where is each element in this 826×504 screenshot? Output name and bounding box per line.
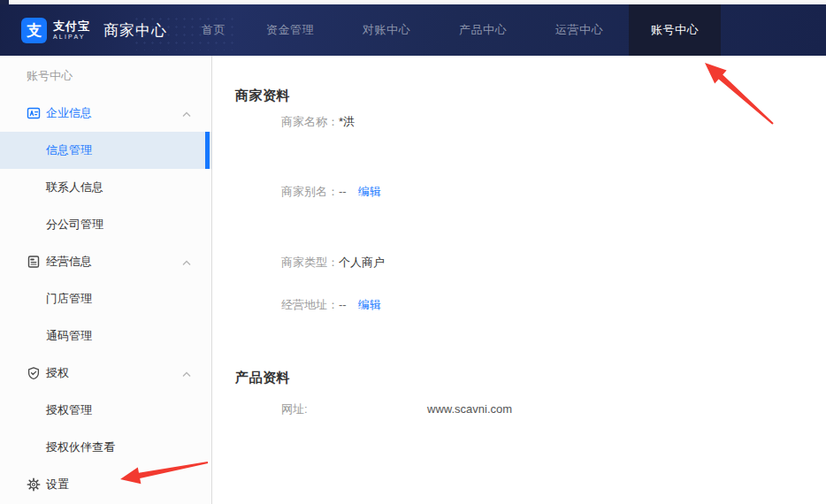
field-value: www.scavni.com <box>427 401 512 418</box>
sidebar-item-contact-info[interactable]: 联系人信息 <box>0 169 211 206</box>
sidebar-item-label: 授权伙伴查看 <box>46 440 115 454</box>
sidebar-group-business-info[interactable]: 经营信息 <box>0 243 211 280</box>
sidebar-item-authorization-management[interactable]: 授权管理 <box>0 392 211 429</box>
field-label: 网址: <box>281 402 308 416</box>
sidebar-item-info-management[interactable]: 信息管理 <box>0 132 211 169</box>
sidebar-item-settings[interactable]: 设置 <box>0 466 211 503</box>
field-label: 商家别名： <box>281 185 339 198</box>
sidebar-item-label: 门店管理 <box>46 292 92 305</box>
sidebar-item-code-management[interactable]: 通码管理 <box>0 317 211 355</box>
field-value: *洪 <box>339 115 355 128</box>
nav-item-operations[interactable]: 运营中心 <box>555 4 603 56</box>
sidebar-group-authorization[interactable]: 授权 <box>0 355 211 392</box>
chevron-up-icon[interactable] <box>181 256 192 272</box>
id-card-icon <box>27 106 41 120</box>
sidebar-group-label: 经营信息 <box>46 254 92 270</box>
top-navbar: 支 支付宝 ALIPAY 商家中心 首页 资金管理 对账中心 产品中心 运营中心… <box>0 4 826 56</box>
field-value: 个人商户 <box>339 256 385 269</box>
sidebar-item-label: 联系人信息 <box>46 180 103 194</box>
sidebar-item-store-management[interactable]: 门店管理 <box>0 280 211 317</box>
main-content: 商家资料 商家名称：*洪 商家别名：--编辑 商家类型：个人商户 经营地址：--… <box>212 56 826 504</box>
app-title: 商家中心 <box>103 20 167 41</box>
sidebar-item-branch-management[interactable]: 分公司管理 <box>0 206 211 243</box>
sidebar-item-authorized-partner-view[interactable]: 授权伙伴查看 <box>0 429 211 466</box>
field-business-address: 经营地址：--编辑 <box>281 296 381 314</box>
nav-item-funds[interactable]: 资金管理 <box>266 4 314 56</box>
sidebar-item-label: 通码管理 <box>46 329 92 342</box>
field-merchant-name: 商家名称：*洪 <box>281 113 355 131</box>
primary-nav: 首页 资金管理 对账中心 产品中心 运营中心 账号中心 <box>202 4 721 56</box>
sidebar-item-label: 授权管理 <box>46 403 92 416</box>
field-label: 商家名称： <box>281 115 339 128</box>
sidebar-group-label: 企业信息 <box>46 105 92 121</box>
sidebar-item-label: 信息管理 <box>46 143 92 157</box>
sidebar-title: 账号中心 <box>0 56 211 95</box>
alipay-logo-icon[interactable]: 支 <box>21 18 47 43</box>
edit-alias-link[interactable]: 编辑 <box>358 185 381 198</box>
nav-item-home[interactable]: 首页 <box>202 4 226 56</box>
field-website: 网址:www.scavni.com <box>281 401 308 418</box>
nav-item-account-center[interactable]: 账号中心 <box>629 4 721 56</box>
sidebar-group-label: 授权 <box>46 365 69 381</box>
gear-icon <box>27 477 41 492</box>
chevron-up-icon[interactable] <box>181 108 192 124</box>
field-label: 商家类型： <box>281 256 339 269</box>
edit-address-link[interactable]: 编辑 <box>358 298 381 311</box>
sidebar-group-company-info[interactable]: 企业信息 <box>0 95 211 132</box>
sidebar: 账号中心 企业信息 信息管理 联系人信息 分公司管理 <box>0 56 212 504</box>
sidebar-item-label: 分公司管理 <box>46 218 103 231</box>
nav-item-reconciliation[interactable]: 对账中心 <box>363 4 410 56</box>
section-title-merchant-profile: 商家资料 <box>235 88 290 104</box>
section-title-product-profile: 产品资料 <box>235 370 290 386</box>
field-merchant-type: 商家类型：个人商户 <box>281 254 385 271</box>
sidebar-item-label: 设置 <box>46 477 69 493</box>
brand-text: 支付宝 ALIPAY <box>53 20 90 40</box>
alipay-logo-glyph: 支 <box>27 20 42 41</box>
field-merchant-alias: 商家别名：--编辑 <box>281 183 381 201</box>
brand-name-cn: 支付宝 <box>53 20 90 32</box>
chevron-up-icon[interactable] <box>181 368 192 384</box>
field-value: -- <box>339 298 347 311</box>
field-value: -- <box>339 185 347 198</box>
nav-item-products[interactable]: 产品中心 <box>459 4 507 56</box>
document-icon <box>27 255 41 269</box>
shield-check-icon <box>27 366 41 380</box>
brand: 支 支付宝 ALIPAY 商家中心 <box>0 4 167 56</box>
active-indicator-bar <box>205 132 210 169</box>
brand-name-en: ALIPAY <box>53 34 90 40</box>
field-label: 经营地址： <box>281 298 339 311</box>
